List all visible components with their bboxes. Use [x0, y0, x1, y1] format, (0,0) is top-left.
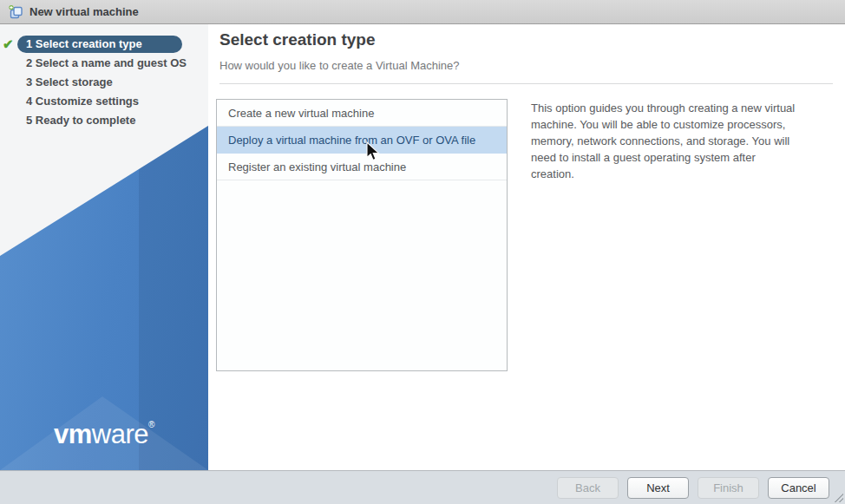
option-create-new-vm[interactable]: Create a new virtual machine [217, 100, 507, 127]
step-label: 1 Select creation type [0, 35, 208, 53]
title-divider [219, 83, 833, 84]
page-subtitle: How would you like to create a Virtual M… [219, 59, 460, 72]
vmware-logo-bold: vm [54, 419, 92, 449]
wizard-footer: Back Next Finish Cancel [0, 470, 845, 504]
titlebar: New virtual machine [0, 0, 845, 24]
step-select-creation-type[interactable]: ✔ 1 Select creation type [0, 35, 208, 54]
vmware-logo: vmware® [0, 419, 208, 450]
option-description: This option guides you through creating … [531, 100, 800, 183]
option-deploy-ovf-ova[interactable]: Deploy a virtual machine from an OVF or … [217, 127, 507, 154]
page-title: Select creation type [219, 30, 376, 49]
step-label: 5 Ready to complete [0, 111, 208, 130]
wizard-steps: ✔ 1 Select creation type 2 Select a name… [0, 35, 208, 130]
new-vm-wizard-window: New virtual machine ✔ 1 Select creation … [0, 0, 845, 504]
resize-grip[interactable] [833, 492, 843, 502]
step-label: 2 Select a name and guest OS [0, 54, 208, 73]
step-select-name-guest-os[interactable]: 2 Select a name and guest OS [0, 54, 208, 73]
step-label: 4 Customize settings [0, 92, 208, 111]
finish-button[interactable]: Finish [698, 477, 759, 499]
step-select-storage[interactable]: 3 Select storage [0, 73, 208, 92]
step-customize-settings[interactable]: 4 Customize settings [0, 92, 208, 111]
next-button[interactable]: Next [627, 477, 689, 499]
vmware-logo-regular: ware [92, 419, 148, 449]
new-vm-icon [8, 4, 23, 20]
creation-type-listbox: Create a new virtual machine Deploy a vi… [216, 99, 508, 371]
window-title: New virtual machine [29, 5, 139, 18]
registered-mark: ® [148, 420, 154, 429]
step-label: 3 Select storage [0, 73, 208, 92]
back-button[interactable]: Back [557, 477, 619, 499]
wizard-content: Select creation type How would you like … [208, 24, 845, 470]
cancel-button[interactable]: Cancel [768, 477, 829, 499]
step-ready-to-complete[interactable]: 5 Ready to complete [0, 111, 208, 130]
option-register-existing-vm[interactable]: Register an existing virtual machine [217, 154, 507, 180]
wizard-sidebar: ✔ 1 Select creation type 2 Select a name… [0, 24, 208, 470]
